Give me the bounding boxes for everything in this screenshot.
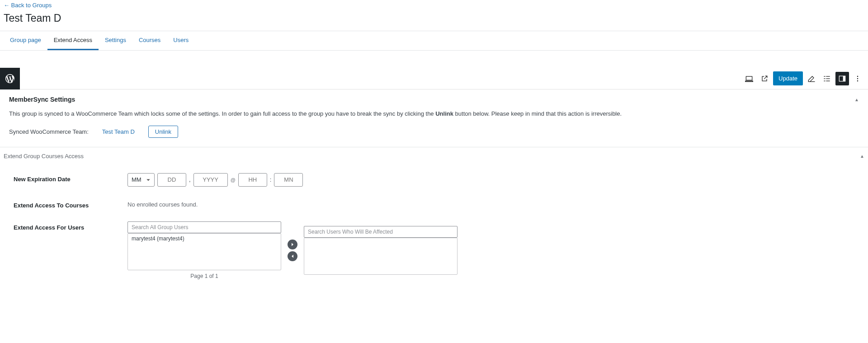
extend-users-label: Extend Access For Users <box>14 221 127 231</box>
move-right-button[interactable] <box>288 240 297 249</box>
tab-courses[interactable]: Courses <box>132 31 167 50</box>
synced-team-label: Synced WooCommerce Team: <box>9 128 89 135</box>
month-select[interactable]: MM <box>127 173 155 187</box>
minute-input[interactable] <box>274 173 303 187</box>
page-title: Test Team D <box>0 10 868 31</box>
tab-users[interactable]: Users <box>167 31 195 50</box>
affected-users-list[interactable] <box>304 238 458 275</box>
search-all-users-input[interactable] <box>127 221 281 233</box>
svg-rect-1 <box>843 76 845 81</box>
arrow-right-icon <box>290 242 295 247</box>
list-icon <box>822 74 831 83</box>
new-expiration-label: New Expiration Date <box>14 173 127 183</box>
list-item[interactable]: marytest4 (marytest4) <box>128 234 281 244</box>
synced-team-link[interactable]: Test Team D <box>102 128 135 135</box>
wordpress-icon <box>5 73 15 84</box>
tabs-nav: Group page Extend Access Settings Course… <box>0 31 868 51</box>
tab-extend-access[interactable]: Extend Access <box>47 31 99 50</box>
wp-logo[interactable] <box>0 68 20 89</box>
svg-point-2 <box>857 75 859 77</box>
membersync-title: MemberSync Settings <box>9 96 75 103</box>
device-preview-button[interactable] <box>742 72 756 85</box>
extend-title: Extend Group Courses Access <box>4 153 84 160</box>
edit-icon <box>807 74 816 83</box>
kebab-icon <box>853 74 862 83</box>
wp-toolbar: Update <box>0 68 868 89</box>
date-colon: : <box>270 176 272 183</box>
collapse-toggle[interactable]: ▲ <box>854 97 859 102</box>
extend-section: Extend Group Courses Access ▲ New Expira… <box>0 147 868 301</box>
laptop-icon <box>745 74 754 83</box>
pagination-text: Page 1 of 1 <box>127 270 281 279</box>
edit-button[interactable] <box>805 72 818 85</box>
sidebar-icon <box>838 74 847 83</box>
date-comma: , <box>189 176 191 183</box>
year-input[interactable] <box>193 173 228 187</box>
svg-point-4 <box>857 80 859 81</box>
unlink-button[interactable]: Unlink <box>148 126 178 138</box>
more-options-button[interactable] <box>851 72 864 85</box>
move-left-button[interactable] <box>288 251 297 261</box>
all-users-list[interactable]: marytest4 (marytest4) <box>127 233 281 270</box>
view-button[interactable] <box>758 72 771 85</box>
sync-description: This group is synced to a WooCommerce Te… <box>9 108 859 126</box>
hour-input[interactable] <box>238 173 267 187</box>
membersync-section: MemberSync Settings ▲ This group is sync… <box>0 89 868 147</box>
external-link-icon <box>760 74 769 83</box>
search-affected-users-input[interactable] <box>304 226 458 238</box>
no-courses-text: No enrolled courses found. <box>127 199 854 208</box>
update-button[interactable]: Update <box>773 71 803 85</box>
collapse-toggle-extend[interactable]: ▲ <box>860 154 864 159</box>
date-at: @ <box>231 177 236 183</box>
tab-settings[interactable]: Settings <box>99 31 132 50</box>
arrow-left-icon <box>290 254 295 259</box>
tab-group-page[interactable]: Group page <box>4 31 47 50</box>
day-input[interactable] <box>157 173 186 187</box>
extend-courses-label: Extend Access To Courses <box>14 199 127 209</box>
svg-point-3 <box>857 78 859 79</box>
back-to-groups-link[interactable]: ← Back to Groups <box>4 2 52 9</box>
settings-sidebar-button[interactable] <box>835 72 849 85</box>
list-view-button[interactable] <box>820 72 834 85</box>
